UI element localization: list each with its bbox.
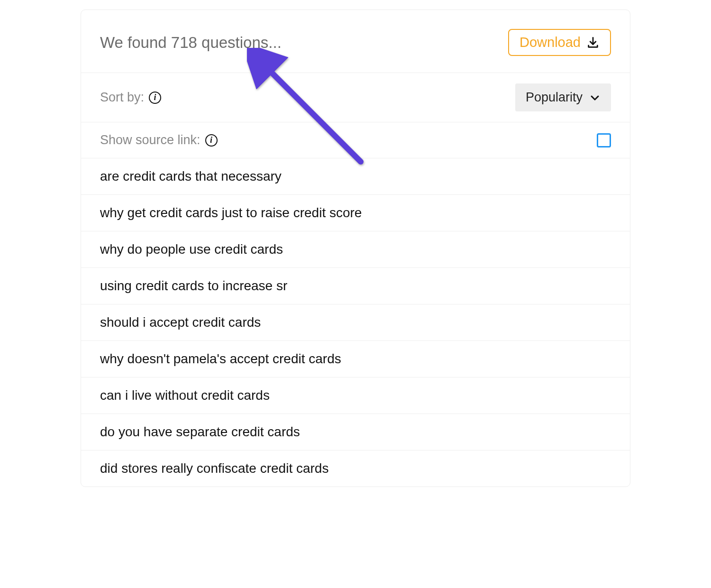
sort-by-label: Sort by: xyxy=(100,90,144,105)
list-item[interactable]: why doesn't pamela's accept credit cards xyxy=(81,341,630,377)
show-source-row: Show source link: i xyxy=(81,122,630,158)
info-icon[interactable]: i xyxy=(149,92,161,104)
download-icon xyxy=(586,36,600,49)
question-text: why doesn't pamela's accept credit cards xyxy=(100,351,341,366)
sort-selected-value: Popularity xyxy=(526,90,583,105)
question-text: should i accept credit cards xyxy=(100,315,261,330)
results-count-title: We found 718 questions... xyxy=(100,34,282,52)
list-item[interactable]: can i live without credit cards xyxy=(81,377,630,414)
show-source-label: Show source link: xyxy=(100,133,201,147)
list-item[interactable]: using credit cards to increase sr xyxy=(81,268,630,304)
sort-row: Sort by: i Popularity xyxy=(81,73,630,122)
question-text: can i live without credit cards xyxy=(100,388,270,403)
question-text: using credit cards to increase sr xyxy=(100,278,287,293)
list-item[interactable]: did stores really confiscate credit card… xyxy=(81,450,630,487)
sort-select[interactable]: Popularity xyxy=(515,83,611,111)
question-text: are credit cards that necessary xyxy=(100,169,282,184)
question-list: are credit cards that necessary why get … xyxy=(81,158,630,487)
chevron-down-icon xyxy=(589,92,601,103)
results-panel: We found 718 questions... Download Sort … xyxy=(81,9,630,487)
question-text: did stores really confiscate credit card… xyxy=(100,461,328,476)
download-button-label: Download xyxy=(520,35,581,50)
list-item[interactable]: why get credit cards just to raise credi… xyxy=(81,195,630,231)
show-source-label-group: Show source link: i xyxy=(100,133,218,147)
list-item[interactable]: do you have separate credit cards xyxy=(81,414,630,450)
download-button[interactable]: Download xyxy=(508,29,611,56)
list-item[interactable]: why do people use credit cards xyxy=(81,231,630,268)
show-source-checkbox[interactable] xyxy=(597,133,611,147)
results-header: We found 718 questions... Download xyxy=(81,10,630,73)
question-text: do you have separate credit cards xyxy=(100,424,300,439)
question-text: why get credit cards just to raise credi… xyxy=(100,205,362,220)
info-icon[interactable]: i xyxy=(205,134,218,147)
question-text: why do people use credit cards xyxy=(100,242,283,257)
sort-label-group: Sort by: i xyxy=(100,90,161,105)
list-item[interactable]: are credit cards that necessary xyxy=(81,158,630,195)
list-item[interactable]: should i accept credit cards xyxy=(81,304,630,341)
